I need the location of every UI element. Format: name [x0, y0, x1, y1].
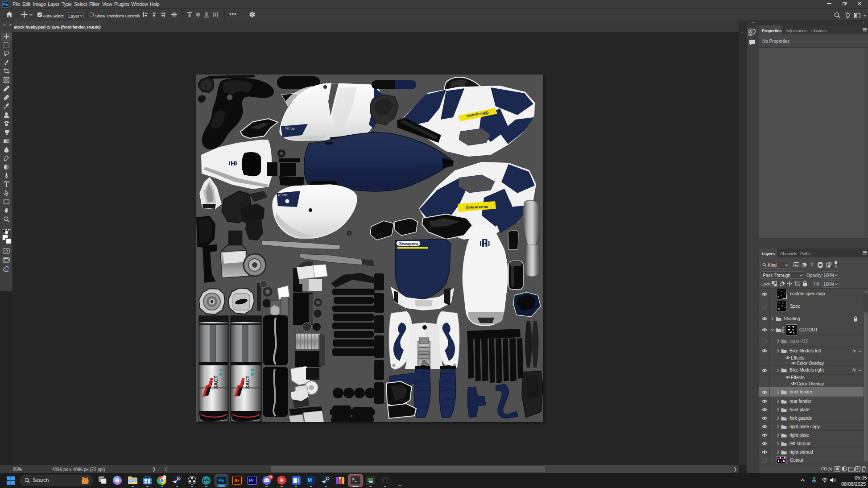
- svg-text:XACT: XACT: [245, 376, 250, 389]
- svg-text:ⓍHusqvarna: ⓍHusqvarna: [399, 242, 418, 246]
- svg-text:FC 250: FC 250: [285, 127, 294, 130]
- svg-text:XACT: XACT: [213, 376, 219, 389]
